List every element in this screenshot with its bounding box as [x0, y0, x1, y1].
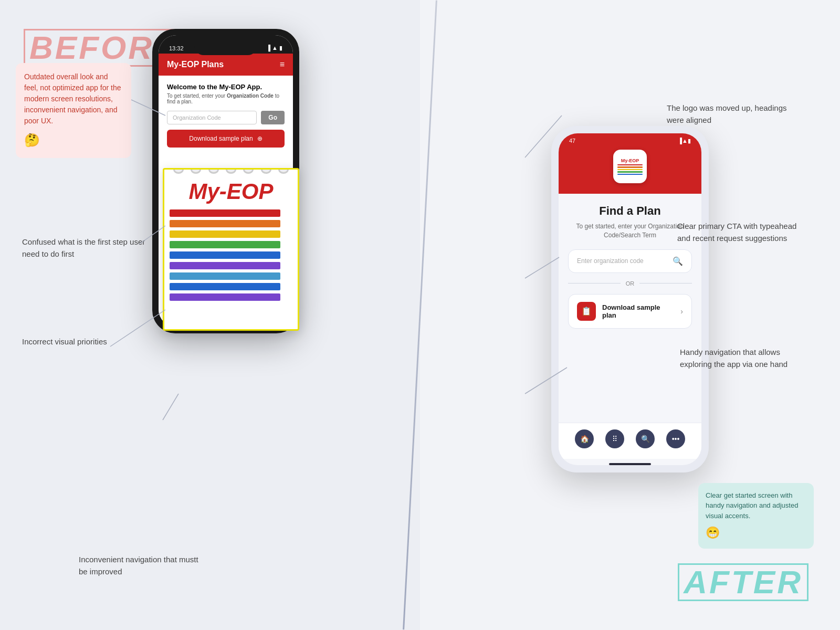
- ring-5: [243, 168, 254, 174]
- after-download-label: Download sample plan: [602, 303, 674, 319]
- download-icon-box: 📋: [577, 302, 596, 321]
- before-app-header: My-EOP Plans ≡: [159, 54, 293, 76]
- annotation-first-step: Confused what is the first step user nee…: [22, 236, 148, 260]
- nav-more-icon[interactable]: •••: [666, 429, 685, 448]
- status-icons: ▐ ▲ ▮: [266, 45, 282, 51]
- line-blue2: [170, 283, 280, 290]
- nav-home-icon[interactable]: 🏠: [575, 429, 594, 448]
- or-text: OR: [626, 280, 635, 287]
- search-placeholder: Enter organization code: [577, 257, 644, 265]
- line-purple: [170, 262, 280, 269]
- notebook-visual: My-EOP: [163, 168, 299, 331]
- go-button[interactable]: Go: [261, 111, 285, 124]
- nav-grid-icon[interactable]: ⠿: [605, 429, 624, 448]
- download-btn-label: Download sample plan: [189, 135, 253, 142]
- notebook-rings: [164, 168, 298, 174]
- ring-2: [191, 168, 201, 174]
- after-red-header: My-EOP: [559, 144, 701, 194]
- search-box[interactable]: Enter organization code 🔍: [568, 249, 692, 273]
- search-icon: 🔍: [673, 256, 683, 266]
- annotation-visual-priorities: Incorrect visual priorities: [22, 336, 107, 348]
- ring-7: [278, 168, 289, 174]
- nav-search-icon[interactable]: 🔍: [636, 429, 655, 448]
- or-line-right: [639, 283, 692, 284]
- notebook-lines: [164, 209, 298, 309]
- find-plan-subtitle: To get started, enter your Organization …: [568, 222, 692, 240]
- ring-3: [208, 168, 219, 174]
- after-phone-screen: 47 ▐▲▮ My-EOP Find a Plan To get started…: [559, 133, 701, 465]
- ring-4: [226, 168, 236, 174]
- logo-text: My-EOP: [621, 158, 639, 163]
- phone-notch: [194, 41, 257, 55]
- logo-line-red: [617, 164, 643, 165]
- smiley-emoji: 😁: [706, 524, 806, 541]
- download-circle-icon: ⊕: [257, 135, 262, 142]
- logo-line-green: [617, 171, 643, 172]
- welcome-title: Welcome to the My-EOP App.: [167, 83, 285, 91]
- welcome-subtitle: To get started, enter your Organization …: [167, 93, 285, 104]
- after-status-time: 47: [569, 138, 575, 144]
- after-download-row[interactable]: 📋 Download sample plan ›: [568, 294, 692, 329]
- line-blue: [170, 251, 280, 259]
- line-yellow: [170, 230, 280, 238]
- logo-line-orange: [617, 166, 643, 167]
- or-divider: OR: [568, 280, 692, 287]
- thinking-emoji: 🤔: [24, 131, 123, 150]
- line-orange: [170, 220, 280, 227]
- download-sample-btn[interactable]: Download sample plan ⊕: [167, 130, 285, 148]
- org-code-input-row: Organization Code Go: [167, 111, 285, 124]
- ring-1: [173, 168, 184, 174]
- teal-callout-text: Clear get started screen with handy navi…: [706, 491, 798, 520]
- myeop-logo-box: My-EOP: [613, 150, 647, 183]
- annotation-navigation: Inconvenient navigation that mustt be im…: [79, 554, 205, 578]
- status-time: 13:32: [169, 45, 184, 51]
- chevron-right-icon: ›: [680, 307, 683, 316]
- app-title: My-EOP Plans: [167, 60, 224, 69]
- logo-line-yellow: [617, 169, 643, 170]
- org-code-bold: Organization Code: [227, 93, 274, 99]
- hamburger-icon: ≡: [280, 60, 285, 69]
- problem-callout-box: Outdated overall look and feel, not opti…: [16, 63, 131, 158]
- or-line-left: [568, 283, 621, 284]
- notebook-title: My-EOP: [164, 174, 298, 209]
- phone-after: 47 ▐▲▮ My-EOP Find a Plan To get started…: [551, 126, 709, 472]
- after-bottom-nav: 🏠 ⠿ 🔍 •••: [559, 423, 701, 459]
- logo-lines: [617, 164, 643, 175]
- after-status-bar: 47 ▐▲▮: [559, 133, 701, 144]
- annotation-nav: Handy navigation that allows exploring t…: [680, 346, 811, 370]
- problem-text: Outdated overall look and feel, not opti…: [24, 72, 121, 125]
- after-heading: AFTER: [678, 563, 808, 601]
- download-doc-icon: 📋: [581, 306, 592, 316]
- org-code-input[interactable]: Organization Code: [167, 111, 257, 124]
- line-lightblue: [170, 272, 280, 280]
- after-status-icons: ▐▲▮: [678, 138, 691, 144]
- annotation-logo-moved: The logo was moved up, headings were ali…: [667, 102, 803, 126]
- home-indicator: [609, 463, 651, 465]
- line-purple2: [170, 293, 280, 301]
- line-red: [170, 209, 280, 217]
- teal-callout-box: Clear get started screen with handy navi…: [698, 483, 814, 549]
- ring-6: [261, 168, 271, 174]
- annotation-cta: Clear primary CTA with typeahead and rec…: [677, 220, 808, 244]
- logo-line-blue: [617, 174, 643, 175]
- line-green: [170, 241, 280, 248]
- find-plan-title: Find a Plan: [568, 204, 692, 218]
